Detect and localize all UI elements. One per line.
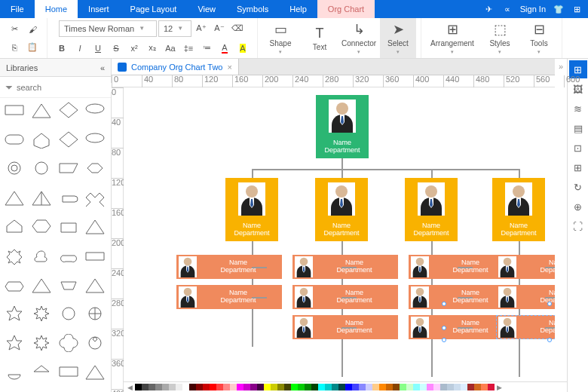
org-node[interactable]: NameDepartment bbox=[492, 178, 545, 241]
strike-button[interactable]: S bbox=[108, 40, 124, 57]
org-node[interactable]: NameDepartment bbox=[315, 178, 368, 241]
shape-item[interactable] bbox=[57, 130, 80, 149]
close-tab-icon[interactable]: × bbox=[227, 63, 231, 72]
underline-button[interactable]: U bbox=[90, 40, 106, 57]
color-swatch[interactable] bbox=[250, 384, 257, 390]
shape-item[interactable] bbox=[30, 130, 53, 149]
shape-item[interactable] bbox=[84, 334, 106, 352]
connector-tool[interactable]: ↳Connector▾ bbox=[341, 18, 377, 58]
table-icon[interactable]: ⊞ bbox=[569, 158, 587, 176]
color-swatch[interactable] bbox=[135, 384, 142, 390]
shape-item[interactable] bbox=[3, 247, 26, 265]
shape-item[interactable] bbox=[57, 247, 80, 265]
menu-help[interactable]: Help bbox=[279, 0, 317, 18]
shape-item[interactable] bbox=[84, 217, 106, 235]
color-swatch[interactable] bbox=[406, 384, 413, 390]
color-swatch[interactable] bbox=[216, 384, 223, 390]
color-swatch[interactable] bbox=[413, 384, 420, 390]
color-swatch[interactable] bbox=[359, 384, 366, 390]
shape-item[interactable] bbox=[3, 159, 26, 177]
menu-view[interactable]: View bbox=[187, 0, 226, 18]
color-swatch[interactable] bbox=[474, 384, 481, 390]
format-painter-icon[interactable]: 🖌 bbox=[24, 21, 41, 38]
highlight-button[interactable]: A bbox=[234, 40, 251, 57]
color-swatch[interactable] bbox=[284, 384, 291, 390]
fontcolor-button[interactable]: A bbox=[216, 40, 233, 57]
font-select[interactable]: Times New Roman▼ bbox=[59, 20, 157, 37]
send-icon[interactable]: ✈ bbox=[484, 4, 495, 14]
color-swatch[interactable] bbox=[467, 384, 474, 390]
page-icon[interactable]: ▤ bbox=[569, 119, 587, 137]
shape-item[interactable] bbox=[57, 334, 80, 352]
color-swatch[interactable] bbox=[169, 384, 176, 390]
color-swatch[interactable] bbox=[149, 384, 155, 390]
grow-font-icon[interactable]: A⁺ bbox=[193, 20, 210, 37]
shape-item[interactable] bbox=[3, 305, 26, 323]
color-swatch[interactable] bbox=[427, 384, 433, 390]
color-swatch[interactable] bbox=[447, 384, 454, 390]
color-swatch[interactable] bbox=[454, 384, 461, 390]
shape-item[interactable] bbox=[30, 247, 53, 265]
superscript-button[interactable]: x² bbox=[126, 40, 142, 57]
menu-home[interactable]: Home bbox=[35, 0, 78, 18]
color-swatch[interactable] bbox=[291, 384, 298, 390]
cut-icon[interactable]: ✂ bbox=[6, 21, 23, 38]
menu-symbols[interactable]: Symbols bbox=[226, 0, 279, 18]
color-swatch[interactable] bbox=[311, 384, 318, 390]
color-swatch[interactable] bbox=[182, 384, 189, 390]
shape-item[interactable] bbox=[3, 188, 26, 207]
shape-item[interactable] bbox=[57, 101, 80, 119]
color-swatch[interactable] bbox=[155, 384, 162, 390]
shape-item[interactable] bbox=[3, 217, 26, 235]
fullscreen-icon[interactable]: ⛶ bbox=[569, 217, 587, 235]
italic-button[interactable]: I bbox=[72, 40, 88, 57]
color-prev-icon[interactable]: ◀ bbox=[125, 384, 135, 391]
select-tool[interactable]: ➤Select▾ bbox=[380, 18, 416, 58]
color-swatch[interactable] bbox=[386, 384, 393, 390]
shape-item[interactable] bbox=[84, 101, 106, 119]
color-swatch[interactable] bbox=[230, 384, 237, 390]
color-swatch[interactable] bbox=[433, 384, 440, 390]
color-swatch[interactable] bbox=[257, 384, 264, 390]
shape-item[interactable] bbox=[57, 159, 80, 177]
text-tool[interactable]: TText bbox=[302, 23, 338, 54]
fontsize-select[interactable]: 12▼ bbox=[158, 20, 191, 37]
shape-item[interactable] bbox=[30, 276, 53, 294]
color-swatch[interactable] bbox=[210, 384, 216, 390]
color-swatch[interactable] bbox=[189, 384, 196, 390]
color-swatch[interactable] bbox=[379, 384, 386, 390]
search-input[interactable] bbox=[17, 83, 121, 92]
shape-item[interactable] bbox=[30, 101, 53, 119]
color-swatch[interactable] bbox=[481, 384, 488, 390]
shape-item[interactable] bbox=[30, 305, 53, 323]
bullets-button[interactable]: ≔ bbox=[198, 40, 215, 57]
color-swatch[interactable] bbox=[305, 384, 311, 390]
color-swatch[interactable] bbox=[325, 384, 332, 390]
data-icon[interactable]: ⊡ bbox=[569, 139, 587, 157]
styles-menu[interactable]: ⬚Styles▾ bbox=[482, 18, 518, 58]
linespacing-button[interactable]: ‡≡ bbox=[180, 40, 197, 57]
shirt-icon[interactable]: 👕 bbox=[553, 4, 564, 14]
shape-tool[interactable]: ▭Shape▾ bbox=[262, 18, 299, 58]
menu-insert[interactable]: Insert bbox=[78, 0, 120, 18]
share-icon[interactable]: ∝ bbox=[502, 4, 513, 14]
shape-item[interactable] bbox=[30, 217, 53, 235]
shape-item[interactable] bbox=[57, 217, 80, 235]
collapse-left-icon[interactable]: « bbox=[100, 63, 105, 72]
shape-item[interactable] bbox=[84, 305, 106, 323]
shape-item[interactable] bbox=[30, 363, 53, 381]
shape-item[interactable] bbox=[84, 276, 106, 294]
color-swatch[interactable] bbox=[318, 384, 325, 390]
color-swatch[interactable] bbox=[440, 384, 447, 390]
color-next-icon[interactable]: ▶ bbox=[495, 384, 504, 391]
org-node[interactable]: NameDepartment bbox=[316, 95, 369, 158]
color-swatch[interactable] bbox=[400, 384, 406, 390]
shape-item[interactable] bbox=[3, 130, 26, 149]
color-swatch[interactable] bbox=[196, 384, 203, 390]
shape-item[interactable] bbox=[30, 159, 53, 177]
menu-orgchart[interactable]: Org Chart bbox=[317, 0, 375, 18]
color-swatch[interactable] bbox=[203, 384, 210, 390]
color-swatch[interactable] bbox=[162, 384, 169, 390]
color-swatch[interactable] bbox=[345, 384, 352, 390]
case-button[interactable]: Aa bbox=[162, 40, 179, 57]
